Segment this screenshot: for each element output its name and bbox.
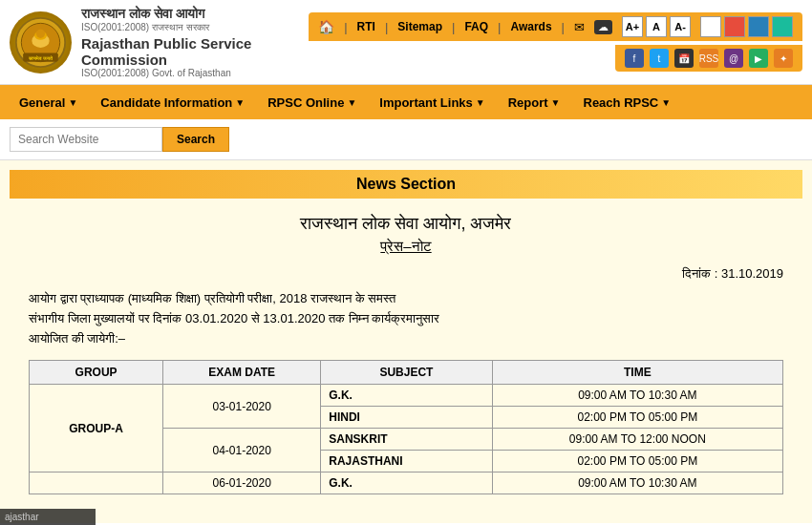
emblem-logo: सत्यमेव जयते <box>10 11 72 74</box>
press-note-date: दिनांक : 31.10.2019 <box>10 262 802 285</box>
color-red-button[interactable] <box>724 16 745 37</box>
table-row: 06-01-2020 G.K. 09:00 AM TO 10:30 AM <box>30 472 783 494</box>
time-cell: 09:00 AM TO 10:30 AM <box>492 472 782 494</box>
chevron-down-icon: ▼ <box>235 97 245 108</box>
font-size-controls: A+ A A- <box>622 16 691 37</box>
press-note-body: आयोग द्वारा प्राध्यापक (माध्यमिक शिक्षा)… <box>10 285 802 352</box>
group-cell <box>30 472 163 494</box>
logo-area: सत्यमेव जयते राजस्थान लोक सेवा आयोग ISO(… <box>10 6 309 78</box>
faq-link[interactable]: FAQ <box>464 20 488 33</box>
facebook-icon[interactable]: f <box>625 49 644 68</box>
press-note-title: राजस्थान लोक सेवा आयोग, अजमेर <box>29 214 783 234</box>
subject-cell: G.K. <box>321 472 492 494</box>
exam-schedule-table: GROUP EXAM DATE SUBJECT TIME GROUP-A 03-… <box>29 360 783 494</box>
time-cell: 02:00 PM TO 05:00 PM <box>492 451 782 472</box>
accessibility-icon: ☁ <box>594 20 612 34</box>
time-cell: 09:00 AM TO 10:30 AM <box>492 385 782 407</box>
rss-icon[interactable]: RSS <box>699 49 718 68</box>
chevron-down-icon: ▼ <box>661 97 671 108</box>
sitemap-link[interactable]: Sitemap <box>397 20 442 33</box>
subject-cell: G.K. <box>321 385 492 407</box>
envelope-icon: ✉ <box>574 20 585 34</box>
subject-cell: HINDI <box>321 407 492 429</box>
org-sub: ISO(2001:2008) Govt. of Rajasthan <box>81 68 309 78</box>
svg-point-4 <box>36 29 45 37</box>
date-cell: 06-01-2020 <box>163 472 321 494</box>
font-normal-button[interactable]: A <box>646 16 667 37</box>
table-header-exam-date: EXAM DATE <box>163 361 321 385</box>
page-header: सत्यमेव जयते राजस्थान लोक सेवा आयोग ISO(… <box>0 0 812 85</box>
search-input[interactable] <box>10 127 162 152</box>
press-note-header: राजस्थान लोक सेवा आयोग, अजमेर प्रेस–नोट <box>10 206 802 262</box>
news-section-header: News Section <box>10 170 802 199</box>
color-white-button[interactable] <box>700 16 721 37</box>
rti-link[interactable]: RTI <box>357 20 375 33</box>
subject-cell: RAJASTHANI <box>321 451 492 472</box>
table-header-group: GROUP <box>30 361 163 385</box>
bottom-bar: ajasthar <box>0 509 96 525</box>
time-cell: 09:00 AM TO 12:00 NOON <box>492 429 782 451</box>
twitter-icon[interactable]: t <box>650 49 669 68</box>
org-iso-hindi: ISO(2001:2008) राजस्थान सरकार <box>81 22 309 33</box>
chevron-down-icon: ▼ <box>551 97 561 108</box>
nav-rpsc-online[interactable]: RPSC Online ▼ <box>256 85 368 119</box>
org-name-hindi: राजस्थान लोक सेवा आयोग <box>81 6 309 22</box>
org-name-english: Rajasthan Public Service Commission <box>81 35 309 68</box>
table-row: GROUP-A 03-01-2020 G.K. 09:00 AM TO 10:3… <box>30 385 783 407</box>
exam-schedule-table-container: GROUP EXAM DATE SUBJECT TIME GROUP-A 03-… <box>29 360 783 494</box>
nav-important-links[interactable]: Important Links ▼ <box>368 85 496 119</box>
font-increase-button[interactable]: A+ <box>622 16 643 37</box>
awards-link[interactable]: Awards <box>510 20 551 33</box>
time-cell: 02:00 PM TO 05:00 PM <box>492 407 782 429</box>
color-teal-button[interactable] <box>772 16 793 37</box>
table-header-subject: SUBJECT <box>321 361 492 385</box>
date-cell: 03-01-2020 <box>163 385 321 429</box>
social6-icon[interactable]: ✦ <box>774 49 793 68</box>
home-link[interactable]: 🏠 <box>318 19 334 34</box>
svg-text:सत्यमेव जयते: सत्यमेव जयते <box>28 54 53 60</box>
header-right: 🏠 | RTI | Sitemap | FAQ | Awards | ✉ ☁ A… <box>309 12 802 72</box>
top-links-bar: 🏠 | RTI | Sitemap | FAQ | Awards | ✉ ☁ A… <box>309 12 802 41</box>
content-area: News Section राजस्थान लोक सेवा आयोग, अजम… <box>0 160 812 523</box>
nav-general[interactable]: General ▼ <box>8 85 89 119</box>
date-cell: 04-01-2020 <box>163 429 321 472</box>
chevron-down-icon: ▼ <box>476 97 485 108</box>
social5-icon[interactable]: ▶ <box>749 49 768 68</box>
color-blue-button[interactable] <box>748 16 769 37</box>
newsletter-icon[interactable]: @ <box>724 49 743 68</box>
search-button[interactable]: Search <box>162 127 229 152</box>
org-info: राजस्थान लोक सेवा आयोग ISO(2001:2008) रा… <box>81 6 309 78</box>
nav-reach-rpsc[interactable]: Reach RPSC ▼ <box>572 85 683 119</box>
main-navbar: General ▼ Candidate Information ▼ RPSC O… <box>0 85 812 119</box>
social-links-bar: f t 📅 RSS @ ▶ ✦ <box>615 45 802 72</box>
table-header-time: TIME <box>492 361 782 385</box>
subject-cell: SANSKRIT <box>321 429 492 451</box>
color-scheme-controls <box>700 16 793 37</box>
chevron-down-icon: ▼ <box>347 97 356 108</box>
nav-report[interactable]: Report ▼ <box>497 85 572 119</box>
chevron-down-icon: ▼ <box>68 97 77 108</box>
group-cell: GROUP-A <box>30 385 163 472</box>
search-bar: Search <box>0 119 812 160</box>
font-decrease-button[interactable]: A- <box>670 16 691 37</box>
nav-candidate-information[interactable]: Candidate Information ▼ <box>89 85 256 119</box>
press-note-subtitle: प्रेस–नोट <box>29 238 783 255</box>
calendar-icon[interactable]: 📅 <box>674 49 694 68</box>
